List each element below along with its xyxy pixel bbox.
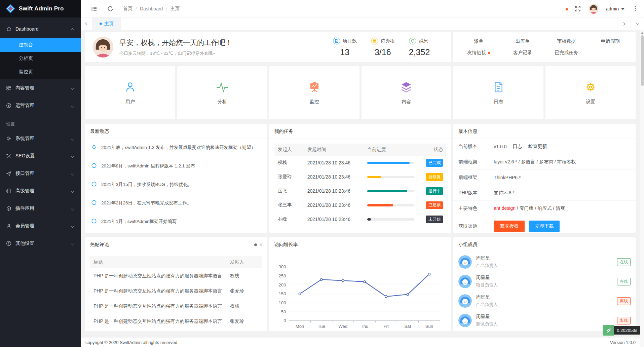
sidebar-item-seo-settings[interactable]: SEO设置 [0,147,81,165]
user-icon [6,223,11,229]
shortcut-analysis[interactable]: 分析 [177,66,267,119]
list-item[interactable]: PHP 是一种创建动态交互性站点的强有力的服务器端脚本语言权栈 [90,329,262,331]
sidebar-item-members[interactable]: 会员管理 [0,217,81,235]
tab-menu-button[interactable] [631,17,644,30]
fullscreen-icon[interactable] [574,5,581,12]
user-menu[interactable]: admin [606,6,624,11]
file-icon [492,81,505,93]
sidebar-item-operations-mgmt[interactable]: 运营管理 [0,97,81,114]
sidebar-item-console[interactable]: 控制台 [0,38,81,52]
scroll-up-icon[interactable] [641,32,644,34]
hot-posts-table-header: 标题 发帖人 [90,256,262,268]
collapse-sidebar-icon[interactable] [91,5,98,12]
breadcrumb: 首页 / Dashboard / 主页 [123,6,180,12]
member-avatar [458,275,472,288]
changelog-link[interactable]: 日志 [513,144,522,150]
list-item[interactable]: PHP 是一种创建动态交互性站点的强有力的服务器端脚本语言权栈 [90,268,262,283]
tasks-card-title: 我的任务 [269,124,452,139]
shortcut-users[interactable]: 用户 [85,66,175,119]
check-update-link[interactable]: 检查更新 [528,144,547,150]
quick-link-outbound[interactable]: 出库单 [501,38,544,44]
stat-todos-value: 3/16 [371,47,395,57]
quick-links-card: 派单 出库单 审核数据 申请假期 友情链接 客户记录 已完成任务 [453,32,636,62]
sidebar-item-content-mgmt[interactable]: 内容管理 [0,79,81,97]
breadcrumb-home[interactable]: 首页 [123,6,132,12]
gear-icon [6,136,11,141]
page-scrollbar[interactable] [640,30,644,347]
status-badge: 进行中 [426,187,443,195]
list-item: 周星星项目负责人 在线 [453,272,636,291]
paper-plane-icon [6,171,11,176]
quick-link-audit[interactable]: 审核数据 [544,38,588,44]
cube-icon [6,206,11,211]
more-menu-icon[interactable] [632,5,639,12]
tab-home[interactable]: 主页 [92,17,121,30]
list-item[interactable]: PHP 是一种创建动态交互性站点的强有力的服务器端脚本语言张爱玲 [90,283,262,299]
stats-group: 项目数 13 待办项 3/16 [333,37,430,57]
version-row-current: 当前版本 v1.0.0 日志 检查更新 [453,139,636,154]
sidebar-item-api-mgmt[interactable]: 接口管理 [0,165,81,182]
quick-link-leave[interactable]: 申请假期 [589,38,632,44]
quick-link-customers[interactable]: 客户记录 [501,50,544,56]
circle-icon [91,162,97,169]
greeting-avatar [92,37,113,57]
quick-link-friend-links[interactable]: 友情链接 [457,50,500,56]
app-name: Swift Admin Pro [19,5,64,12]
chevron-up-icon [71,28,74,31]
svg-text:150: 150 [278,292,286,297]
performance-badge[interactable]: 0.202053s [603,325,640,336]
carousel-dots [254,243,262,246]
member-avatar [458,255,472,269]
get-license-button[interactable]: 获取授权 [494,221,525,232]
list-item[interactable]: PHP 是一种创建动态交互性站点的强有力的服务器端脚本语言权栈 [90,299,262,314]
refresh-icon[interactable] [107,5,114,12]
table-row: 张三丰2021/01/28 10:23:46 已延期 [274,198,447,212]
quick-link-dispatch[interactable]: 派单 [457,38,500,44]
status-badge: 已延期 [426,201,443,209]
logo-diamond-icon [5,4,15,14]
caret-down-icon [621,8,624,10]
shortcut-logs[interactable]: 日志 [453,66,543,119]
tools-icon [6,153,11,159]
sidebar-item-analysis[interactable]: 分析页 [0,52,81,65]
growth-line-chart: 050100150200250300MonTueWedThuFriSatSun [269,252,452,331]
svg-text:300: 300 [278,265,286,270]
scrollbar-thumb[interactable] [641,35,644,86]
tab-scroll-left-button[interactable] [81,17,92,30]
shortcut-monitor[interactable]: 监控 [269,66,359,119]
quick-link-done-tasks[interactable]: 已完成任务 [544,50,588,56]
sidebar-item-other-settings[interactable]: 其他设置 [0,235,81,252]
tab-scroll-right-button[interactable] [617,17,631,30]
tab-active-dot-icon [100,23,102,25]
shortcut-settings[interactable]: 设置 [545,66,636,119]
download-button[interactable]: 立即下载 [529,221,560,232]
list-item[interactable]: PHP 是一种创建动态交互性站点的强有力的服务器端脚本语言张爱玲 [90,314,262,329]
presentation-chart-icon [308,81,321,93]
breadcrumb-dashboard[interactable]: Dashboard [140,6,163,11]
version-card: 版本信息 当前版本 v1.0.0 日志 检查更新 前端框架 layui-v2.6… [453,124,636,233]
user-avatar[interactable] [589,4,599,14]
shortcut-content[interactable]: 内容 [362,66,452,119]
stat-messages-value: 2,352 [409,47,430,57]
sidebar-item-dashboard[interactable]: Dashboard [0,20,81,38]
version-row-backend: 后端框架 ThinkPHP6.* [453,170,636,185]
home-icon [6,26,11,32]
sidebar-item-monitor[interactable]: 监控页 [0,65,81,79]
stat-projects: 项目数 13 [333,37,357,57]
carousel-dot-active[interactable] [254,243,257,246]
status-badge: 未开始 [426,216,443,223]
svg-text:Thu: Thu [361,324,368,329]
sidebar-item-advanced-mgmt[interactable]: 高级管理 [0,182,81,200]
progress-bar [367,162,414,164]
svg-text:100: 100 [278,300,286,305]
carousel-dot[interactable] [260,243,262,246]
circle-icon [91,218,97,224]
sidebar-item-system-mgmt[interactable]: 系统管理 [0,130,81,147]
svg-text:Tue: Tue [317,324,325,329]
app-logo: Swift Admin Pro [0,0,81,17]
sidebar-item-plugins[interactable]: 插件应用 [0,200,81,217]
breadcrumb-current[interactable]: 主页 [170,6,180,12]
version-row-php: PHP版本 支持>=8.* [453,185,636,201]
tasks-table-header: 发起人 发起时间 当前进度 状态 [274,144,447,156]
stat-messages: 消息 2,352 [409,37,430,57]
